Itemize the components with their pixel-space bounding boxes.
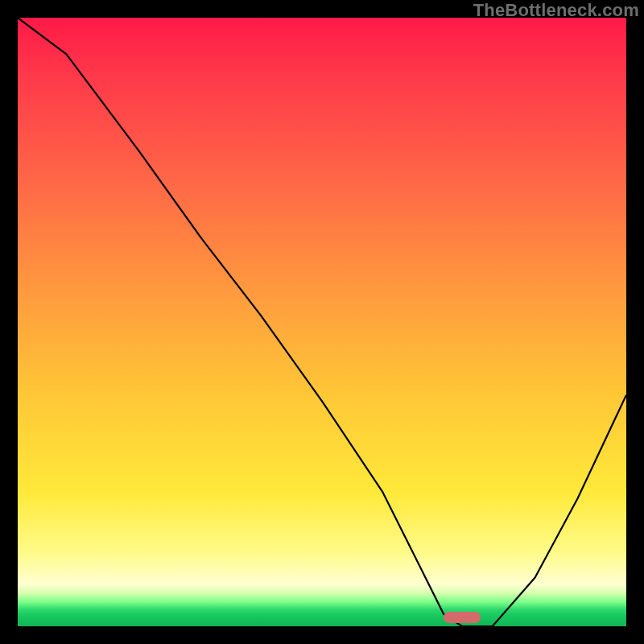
- chart-frame: TheBottleneck.com: [0, 0, 644, 644]
- watermark-text: TheBottleneck.com: [473, 0, 639, 21]
- curve-path: [18, 18, 626, 626]
- plot-area: [18, 18, 626, 626]
- optimal-point-marker: [444, 612, 480, 623]
- bottleneck-curve: [18, 18, 626, 626]
